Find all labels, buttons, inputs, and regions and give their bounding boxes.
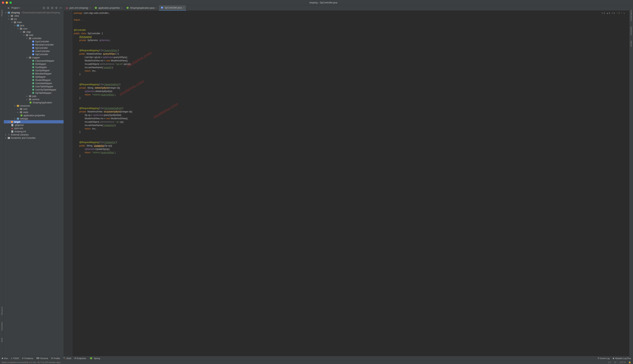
code-editor[interactable]: package com.cdgc.web.controller; import … <box>72 10 629 356</box>
tree-mapper[interactable]: mapper <box>4 56 64 59</box>
tab-shopmgapp[interactable]: ShopmgApplication.java× <box>124 5 159 10</box>
rail-web[interactable]: Web <box>1 337 3 343</box>
run-button[interactable]: ▶Run <box>2 357 8 360</box>
hide-icon[interactable] <box>59 6 62 10</box>
minimize-window-icon[interactable] <box>6 2 8 4</box>
tree-mendian-mapper[interactable]: IMendianMapper <box>4 72 64 75</box>
maven-icon: m <box>11 127 14 130</box>
tree-pojo[interactable]: pojo <box>4 94 64 98</box>
tree-src[interactable]: src <box>4 18 64 20</box>
close-icon[interactable]: × <box>121 7 122 9</box>
editor-gutter[interactable] <box>64 10 72 356</box>
tree-userviptable-mapper[interactable]: IUserVipTableMapper <box>4 88 64 91</box>
tree-scratches[interactable]: Scratches and Consoles <box>4 136 64 140</box>
editor-area: mpom.xml (shopmg)× application.propertie… <box>64 5 629 356</box>
caret-position[interactable]: 2:1 <box>608 361 611 364</box>
rail-notifications[interactable]: Notifications <box>630 9 632 22</box>
expand-all-icon[interactable] <box>47 6 50 10</box>
collapse-all-icon[interactable] <box>51 6 54 10</box>
tree-service[interactable]: service <box>4 98 64 101</box>
terminal-button[interactable]: ⌨Terminal <box>36 357 48 360</box>
tree-classname-mapper[interactable]: IClassnameMapper <box>4 59 64 62</box>
maximize-window-icon[interactable] <box>10 2 12 4</box>
tree-ext-libs[interactable]: ⫴External Libraries <box>4 133 64 136</box>
locate-icon[interactable] <box>42 6 45 10</box>
spring-button[interactable]: Spring <box>89 357 100 360</box>
tree-user-controller[interactable]: CUserController <box>4 50 64 53</box>
project-label: Project <box>11 6 18 9</box>
eventlog-button[interactable]: ☰Event Log <box>598 357 610 360</box>
tab-spcontroller[interactable]: CSpController.java× <box>159 5 186 10</box>
close-icon[interactable]: × <box>89 7 90 9</box>
tree-app-properties[interactable]: application.properties <box>4 114 64 117</box>
lock-icon[interactable]: 🔓 <box>628 361 631 364</box>
play-icon: ▶ <box>2 357 4 360</box>
tree-gys-mapper[interactable]: IGysMapper <box>4 66 64 69</box>
profiler-button[interactable]: ◔Profiler <box>51 357 60 360</box>
tree-webapp[interactable]: webapp <box>4 117 64 120</box>
tree-userdata-mapper[interactable]: IUserdataMapper <box>4 82 64 85</box>
settings-icon[interactable] <box>55 6 58 10</box>
tree-target[interactable]: target <box>4 120 64 124</box>
left-tool-rail: Project Structure Favorites Web <box>0 5 4 356</box>
project-dropdown[interactable]: ▤ Project ▾ <box>5 6 21 10</box>
tree-idea[interactable]: .idea <box>4 14 64 18</box>
spring-icon <box>90 357 92 359</box>
tree-gys-controller[interactable]: CGysController <box>4 40 64 43</box>
project-sidebar: ▤ Project ▾ shopmg ~/Downloads/mudaimaPr… <box>4 5 64 356</box>
encoding[interactable]: UTF-8 <box>619 361 625 364</box>
tree-controller[interactable]: controller <box>4 37 64 40</box>
watermark: mudaima.com <box>119 80 145 96</box>
problems-button[interactable]: ⊘Problems <box>22 357 33 360</box>
tree-vip-controller[interactable]: CVipController <box>4 53 64 56</box>
tree-viptable-mapper[interactable]: IVipTableMapper <box>4 91 64 94</box>
project-tree[interactable]: shopmg ~/Downloads/mudaimaProject/shopmg… <box>4 10 64 356</box>
tree-sp-controller[interactable]: CSpController <box>4 46 64 50</box>
editor-tabs: mpom.xml (shopmg)× application.propertie… <box>64 5 629 10</box>
tree-shopmg-application[interactable]: ShopmgApplication <box>4 101 64 104</box>
endpoints-button[interactable]: ⇄Endpoints <box>74 357 86 360</box>
rail-database[interactable]: Database <box>630 26 632 36</box>
tree-static[interactable]: static <box>4 110 64 114</box>
todo-button[interactable]: ≡TODO <box>11 357 19 360</box>
close-icon[interactable]: × <box>183 6 184 9</box>
close-window-icon[interactable] <box>2 2 4 4</box>
tree-root[interactable]: shopmg ~/Downloads/mudaimaProject/shopmg <box>4 11 64 14</box>
close-icon[interactable]: × <box>156 7 157 9</box>
tree-usertable-mapper[interactable]: IUserTableMapper <box>4 85 64 88</box>
tree-resources[interactable]: resources <box>4 104 64 107</box>
tab-pom[interactable]: mpom.xml (shopmg)× <box>64 5 93 10</box>
tree-main[interactable]: main <box>4 20 64 24</box>
tree-java[interactable]: java <box>4 24 64 27</box>
project-view-icon: ▤ <box>7 6 10 9</box>
root-path: ~/Downloads/mudaimaProject/shopmg <box>21 11 60 14</box>
tree-dic-mapper[interactable]: IDicMapper <box>4 62 64 66</box>
rail-project[interactable]: Project <box>1 9 3 17</box>
rail-structure[interactable]: Structure <box>1 306 3 316</box>
tree-iml[interactable]: shopmg.iml <box>4 130 64 133</box>
tree-com[interactable]: com <box>4 27 64 30</box>
tree-sp-mapper[interactable]: ISpMapper <box>4 75 64 78</box>
tree-gyssp-mapper[interactable]: IGysSpMapper <box>4 69 64 72</box>
mybatis-button[interactable]: ◉Mybatis Log Plus <box>612 357 631 360</box>
watermark: mudaima.com <box>153 102 179 119</box>
tab-appprops[interactable]: application.properties× <box>93 5 125 10</box>
rail-favorites[interactable]: Favorites <box>1 321 3 331</box>
tree-cdgc[interactable]: cdgc <box>4 30 64 34</box>
tree-student-mapper[interactable]: IStudentMapper <box>4 78 64 82</box>
tree-res-com[interactable]: com <box>4 107 64 110</box>
maven-icon: m <box>66 6 68 9</box>
line-ending[interactable]: LF <box>614 361 616 364</box>
tree-mendian-controller[interactable]: CMendianController <box>4 43 64 46</box>
profiler-icon: ◔ <box>51 357 53 360</box>
tree-pom[interactable]: mpom.xml <box>4 127 64 130</box>
root-name: shopmg <box>11 11 20 14</box>
mybatis-icon: ◉ <box>612 357 614 360</box>
spring-icon <box>95 7 97 9</box>
bottom-toolbar: ▶Run ≡TODO ⊘Problems ⌨Terminal ◔Profiler… <box>0 356 633 360</box>
rail-maven[interactable]: Maven <box>630 40 632 48</box>
tree-gitignore[interactable]: .gitignore <box>4 124 64 127</box>
project-header: ▤ Project ▾ <box>4 5 64 10</box>
tree-web[interactable]: web <box>4 34 64 37</box>
build-button[interactable]: 🔨Build <box>63 357 71 360</box>
